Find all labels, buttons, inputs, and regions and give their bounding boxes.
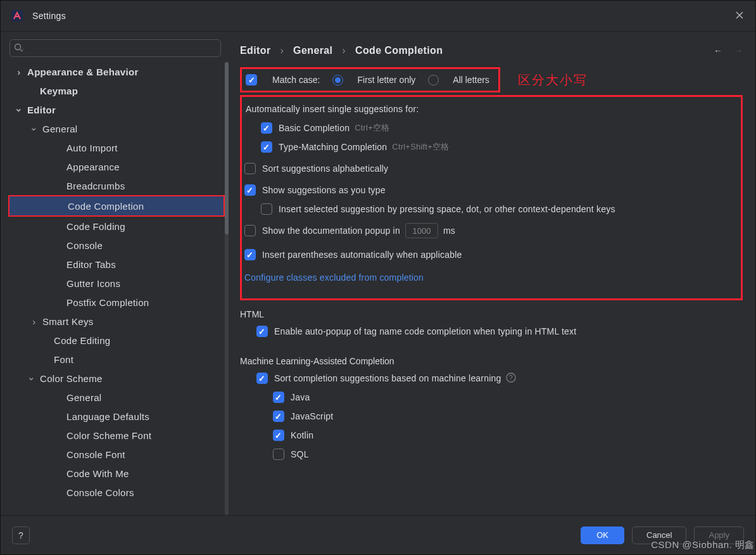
ml-sql-checkbox[interactable]	[273, 449, 284, 460]
configure-excluded-link[interactable]: Configure classes excluded from completi…	[244, 272, 424, 283]
sidebar-item-console-colors[interactable]: Console Colors	[8, 483, 225, 502]
chevron-down-icon[interactable]: ⌄	[30, 122, 39, 133]
ml-sort-checkbox[interactable]	[256, 373, 268, 384]
footer: ? OK Cancel Apply CSDN @Siobhan. 明鑫	[1, 515, 755, 554]
tree-label: Breadcrumbs	[66, 181, 125, 191]
search-field[interactable]	[9, 39, 221, 57]
sidebar-item-font[interactable]: Font	[8, 350, 225, 369]
match-case-checkbox[interactable]	[246, 74, 257, 86]
sidebar-item-appearance[interactable]: Appearance	[8, 157, 225, 176]
all-letters-radio[interactable]	[428, 75, 439, 86]
sidebar-item-console-font[interactable]: Console Font	[8, 445, 225, 464]
tree-label: Appearance	[66, 162, 120, 172]
sidebar-item-color-scheme[interactable]: ⌄Color Scheme	[8, 369, 225, 388]
sidebar-item-code-with-me[interactable]: Code With Me	[8, 464, 225, 483]
search-input[interactable]	[9, 39, 221, 57]
html-autopopup-label: Enable auto-popup of tag name code compl…	[274, 326, 576, 336]
sidebar-item-code-folding[interactable]: Code Folding	[8, 217, 225, 236]
match-case-label: Match case:	[272, 75, 320, 85]
ml-java-label: Java	[291, 392, 310, 402]
all-letters-label: All letters	[453, 75, 489, 85]
doc-popup-checkbox[interactable]	[244, 225, 256, 236]
chevron-down-icon[interactable]: ⌄	[27, 371, 36, 383]
ok-button[interactable]: OK	[581, 526, 624, 544]
chevron-down-icon[interactable]: ⌄	[15, 103, 23, 114]
html-autopopup-checkbox[interactable]	[256, 326, 268, 337]
tree-label: Color Scheme	[40, 373, 103, 384]
sidebar-item-smart-keys[interactable]: ›Smart Keys	[8, 312, 225, 331]
type-matching-checkbox[interactable]	[261, 141, 272, 153]
auto-insert-title: Automatically insert single suggestions …	[244, 99, 734, 118]
sidebar-item-auto-import[interactable]: Auto Import	[8, 138, 225, 157]
breadcrumb-code-completion: Code Completion	[355, 45, 443, 56]
sidebar-item-editor-tabs[interactable]: Editor Tabs	[8, 255, 225, 274]
basic-completion-checkbox[interactable]	[261, 122, 272, 134]
chevron-right-icon[interactable]: ›	[15, 67, 23, 77]
tree-label: Smart Keys	[42, 316, 94, 327]
sidebar-item-code-completion[interactable]: Code Completion	[9, 196, 224, 215]
tree-label: Code With Me	[66, 468, 129, 479]
sort-alpha-checkbox[interactable]	[244, 163, 256, 174]
type-matching-label: Type-Matching Completion	[279, 142, 387, 152]
tree-label: Code Completion	[68, 201, 144, 212]
basic-completion-hint: Ctrl+空格	[355, 122, 389, 134]
ml-js-label: JavaScript	[291, 411, 333, 421]
sidebar-item-breadcrumbs[interactable]: Breadcrumbs	[8, 176, 225, 195]
sidebar-item-keymap[interactable]: Keymap	[8, 81, 225, 100]
breadcrumb-editor[interactable]: Editor	[240, 45, 271, 56]
svg-text:?: ?	[509, 374, 513, 381]
first-letter-radio[interactable]	[332, 75, 343, 86]
type-matching-hint: Ctrl+Shift+空格	[392, 141, 449, 153]
doc-popup-input[interactable]	[405, 223, 438, 238]
ml-kotlin-checkbox[interactable]	[273, 430, 284, 441]
breadcrumb-general[interactable]: General	[293, 45, 332, 56]
tree-label: Code Editing	[54, 335, 111, 346]
sidebar-item-postfix-completion[interactable]: Postfix Completion	[8, 293, 225, 312]
tree-label: Auto Import	[66, 143, 118, 153]
tree-label: Console Colors	[66, 487, 134, 498]
help-icon[interactable]: ?	[506, 373, 516, 385]
sidebar-item-gutter-icons[interactable]: Gutter Icons	[8, 274, 225, 293]
help-button[interactable]: ?	[12, 526, 30, 544]
nav-back-icon[interactable]: ←	[714, 46, 722, 56]
annotation-match-case: 区分大小写	[518, 72, 588, 89]
sidebar-item-language-defaults[interactable]: Language Defaults	[8, 407, 225, 426]
settings-tree[interactable]: ›Appearance & BehaviorKeymap⌄Editor⌄Gene…	[8, 62, 225, 515]
sidebar-item-appearance-behavior[interactable]: ›Appearance & Behavior	[8, 62, 225, 81]
sidebar: ›Appearance & BehaviorKeymap⌄Editor⌄Gene…	[1, 38, 229, 515]
insert-selected-label: Insert selected suggestion by pressing s…	[279, 204, 615, 214]
as-you-type-checkbox[interactable]	[244, 184, 256, 196]
sidebar-item-code-editing[interactable]: Code Editing	[8, 331, 225, 350]
sidebar-item-general[interactable]: ⌄General	[8, 119, 225, 138]
insert-selected-checkbox[interactable]	[261, 203, 272, 215]
sidebar-item-color-scheme-font[interactable]: Color Scheme Font	[8, 426, 225, 445]
close-icon[interactable]	[735, 11, 745, 21]
window-title: Settings	[32, 11, 735, 21]
ml-java-checkbox[interactable]	[273, 392, 284, 403]
breadcrumb: Editor › General › Code Completion	[240, 45, 443, 56]
tree-label: Language Defaults	[66, 411, 149, 422]
doc-popup-label: Show the documentation popup in	[262, 226, 400, 236]
watermark: CSDN @Siobhan. 明鑫	[651, 539, 755, 551]
insert-paren-checkbox[interactable]	[244, 249, 256, 260]
first-letter-label: First letter only	[357, 75, 415, 85]
main-panel: Editor › General › Code Completion ← → M…	[229, 38, 755, 515]
tree-label: Postfix Completion	[66, 297, 149, 308]
tree-label: Gutter Icons	[66, 278, 120, 289]
ml-kotlin-label: Kotlin	[291, 430, 313, 440]
tree-label: General	[66, 392, 101, 403]
sidebar-item-console[interactable]: Console	[8, 236, 225, 255]
chevron-right-icon[interactable]: ›	[30, 316, 39, 327]
sidebar-item-general[interactable]: General	[8, 388, 225, 407]
tree-label: Font	[54, 354, 73, 365]
tree-label: Console	[66, 240, 103, 251]
html-section-title: HTML	[240, 309, 743, 319]
sidebar-item-editor[interactable]: ⌄Editor	[8, 100, 225, 119]
doc-popup-suffix: ms	[443, 226, 455, 236]
ml-js-checkbox[interactable]	[273, 411, 284, 422]
settings-window: Settings ›Appearance & BehaviorKeymap⌄Ed…	[0, 0, 756, 555]
titlebar: Settings	[1, 1, 755, 31]
tree-label: Editor Tabs	[66, 259, 116, 270]
sort-alpha-label: Sort suggestions alphabetically	[262, 163, 388, 174]
as-you-type-label: Show suggestions as you type	[262, 185, 386, 195]
